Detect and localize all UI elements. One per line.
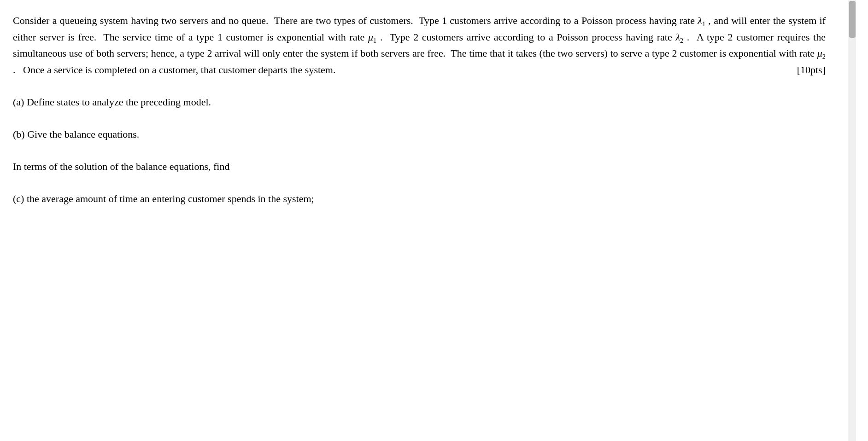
problem-statement: Consider a queueing system having two se…	[13, 13, 826, 78]
scrollbar-thumb[interactable]	[849, 1, 856, 38]
main-content: Consider a queueing system having two se…	[0, 0, 848, 441]
part-a-body: Define states to analyze the preceding m…	[27, 96, 211, 108]
part-c-label: (c)	[13, 193, 24, 204]
part-a: (a) Define states to analyze the precedi…	[13, 94, 826, 110]
intro-c-text: In terms of the solution of the balance …	[13, 159, 826, 174]
part-b-body: Give the balance equations.	[27, 128, 139, 140]
part-b: (b) Give the balance equations.	[13, 127, 826, 142]
part-b-text: (b) Give the balance equations.	[13, 127, 826, 142]
problem-paragraph: Consider a queueing system having two se…	[13, 13, 826, 78]
part-c-body: the average amount of time an entering c…	[27, 193, 314, 204]
scrollbar[interactable]	[848, 0, 856, 441]
part-c-text: (c) the average amount of time an enteri…	[13, 191, 826, 207]
part-a-label: (a)	[13, 96, 24, 108]
intro-c-section: In terms of the solution of the balance …	[13, 159, 826, 174]
part-a-text: (a) Define states to analyze the precedi…	[13, 94, 826, 110]
part-b-label: (b)	[13, 128, 25, 140]
part-c: (c) the average amount of time an enteri…	[13, 191, 826, 207]
points-label: [10pts]	[797, 62, 826, 78]
